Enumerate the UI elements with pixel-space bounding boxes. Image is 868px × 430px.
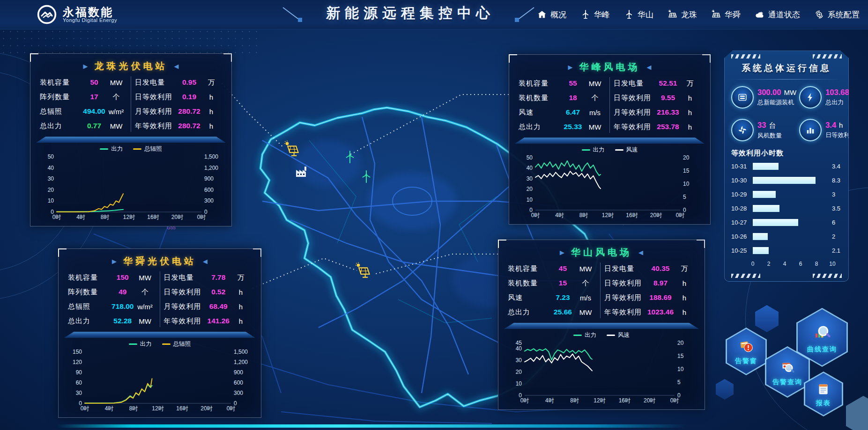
nav-item-longzhu[interactable]: 龙珠 bbox=[668, 9, 697, 20]
stat-row: 阵列数量49个 bbox=[68, 286, 156, 298]
bar-track bbox=[753, 247, 829, 254]
bar-fill bbox=[753, 247, 769, 254]
stat-row: 总出力0.77MW bbox=[40, 120, 127, 132]
nav-item-huashun[interactable]: 华舜 bbox=[711, 9, 741, 20]
stat-value: 40.35 bbox=[647, 264, 674, 273]
stat-value: 253.78 bbox=[657, 123, 679, 131]
divider-trapezoid bbox=[36, 137, 226, 143]
stat-unit: 万 bbox=[674, 264, 695, 273]
legend-label: 总辐照 bbox=[144, 146, 162, 152]
stats-column: 日发电量52.51万日等效利用9.55h月等效利用216.33h年等效利用253… bbox=[609, 77, 705, 133]
legend-item: 风速 bbox=[607, 331, 630, 339]
gear-icon bbox=[814, 9, 824, 20]
panel-huashan-wind-farm: ▶华山风电场◀装机容量45MW装机数量15个风速7.23m/s总出力25.66M… bbox=[498, 240, 705, 410]
nav-item-channel-status[interactable]: 通道状态 bbox=[755, 9, 800, 20]
nav-item-system-config[interactable]: 系统配置 bbox=[814, 9, 860, 20]
legend-item: 出力 bbox=[129, 340, 152, 348]
svg-text:20: 20 bbox=[527, 186, 533, 192]
stat-value: 141.26 bbox=[207, 317, 230, 325]
nav-item-label: 龙珠 bbox=[681, 9, 697, 20]
svg-text:0时: 0时 bbox=[676, 212, 685, 219]
stat-row: 年等效利用253.78h bbox=[614, 121, 701, 133]
svg-text:4时: 4时 bbox=[76, 214, 85, 220]
bar-value: 8.3 bbox=[832, 177, 840, 184]
stat-value: 25.33 bbox=[562, 123, 584, 131]
stat-label: 年等效利用 bbox=[164, 317, 207, 326]
bar-value: 2.1 bbox=[832, 247, 840, 254]
stat-label: 日等效利用 bbox=[135, 93, 178, 102]
cloud-icon bbox=[755, 9, 765, 20]
system-stat-tile: 33台风机数量 bbox=[731, 119, 796, 141]
nav-item-huafeng[interactable]: 华峰 bbox=[580, 9, 610, 20]
stat-label: 阵列数量 bbox=[68, 288, 111, 297]
stat-label: 日发电量 bbox=[614, 79, 657, 88]
wind-icon bbox=[624, 9, 634, 20]
stat-label: 年等效利用 bbox=[604, 308, 647, 317]
tile-value: 103.68 bbox=[825, 88, 849, 97]
station-title: 龙珠光伏电站 bbox=[95, 60, 168, 73]
home-icon bbox=[537, 9, 547, 20]
stat-value: 9.55 bbox=[657, 94, 679, 102]
svg-text:5: 5 bbox=[677, 379, 681, 386]
map-wind-turbine-icon-2[interactable] bbox=[363, 171, 370, 182]
stat-unit: 万 bbox=[230, 273, 252, 282]
stat-unit: MW bbox=[134, 317, 156, 325]
tile-unit: MW bbox=[784, 88, 796, 96]
series-风速 bbox=[525, 354, 592, 371]
alarm-query-button[interactable]: 告警查询 bbox=[765, 346, 810, 398]
curve-icon bbox=[812, 321, 832, 344]
svg-text:4时: 4时 bbox=[545, 397, 554, 404]
bar-row: 10-262 bbox=[731, 233, 842, 241]
alarm-window-button[interactable]: 告警窗 bbox=[726, 328, 767, 375]
report-button[interactable]: 报表 bbox=[804, 372, 843, 416]
stat-row: 装机容量150MW bbox=[68, 271, 156, 284]
stat-label: 日等效利用 bbox=[614, 94, 657, 102]
nav-item-overview[interactable]: 概况 bbox=[537, 9, 566, 20]
alarmq-icon bbox=[779, 357, 796, 377]
stat-unit: m/s bbox=[575, 294, 596, 302]
stat-row: 总辐照494.00w/m² bbox=[40, 105, 127, 117]
map-solar-station-icon-2[interactable] bbox=[356, 262, 370, 277]
stat-label: 月等效利用 bbox=[614, 108, 657, 117]
logo[interactable]: 永福数能 Yongfu Digital Energy bbox=[37, 4, 117, 25]
title-arrow-right-icon: ▶ bbox=[83, 63, 88, 70]
stat-unit: h bbox=[200, 108, 222, 116]
tile-value: 3.4 bbox=[825, 121, 836, 130]
bar-fill bbox=[753, 163, 779, 170]
stat-value: 15 bbox=[551, 279, 575, 287]
svg-text:20时: 20时 bbox=[650, 212, 662, 219]
stat-row: 风速6.47m/s bbox=[519, 106, 606, 118]
title-arrow-left-icon: ◀ bbox=[174, 63, 179, 70]
stat-value: 718.00 bbox=[111, 302, 134, 311]
button-label: 报表 bbox=[816, 399, 831, 408]
svg-text:20时: 20时 bbox=[200, 405, 212, 412]
svg-text:4时: 4时 bbox=[105, 405, 114, 412]
nav-item-huashan[interactable]: 华山 bbox=[624, 9, 653, 20]
legend-label: 总辐照 bbox=[173, 341, 191, 347]
stat-label: 总出力 bbox=[40, 122, 83, 131]
stat-value: 280.72 bbox=[178, 122, 200, 130]
legend-label: 出力 bbox=[140, 341, 152, 347]
panel-huashun-pv-station: ▶华舜光伏电站◀装机容量150MW阵列数量49个总辐照718.00w/m²总出力… bbox=[58, 248, 261, 418]
tile-label: 总新能源装机 bbox=[757, 98, 796, 107]
svg-text:50: 50 bbox=[48, 154, 54, 160]
stat-row: 日等效利用0.19h bbox=[135, 91, 222, 103]
legend-label: 出力 bbox=[111, 146, 123, 152]
title-arrow-right-icon: ▶ bbox=[560, 249, 564, 256]
svg-text:150: 150 bbox=[73, 349, 82, 355]
bar-value: 3.5 bbox=[832, 205, 840, 212]
stats-column: 日发电量40.35万日等效利用8.97h月等效利用188.69h年等效利用102… bbox=[600, 262, 699, 318]
x-tick-label: 0 bbox=[751, 261, 755, 267]
nav-item-label: 概况 bbox=[550, 9, 566, 20]
panel-huafeng-wind-farm: ▶华峰风电场◀装机容量55MW装机数量18个风速6.47m/s总出力25.33M… bbox=[509, 54, 711, 225]
connector-huafeng bbox=[350, 95, 509, 154]
map-solar-station-icon[interactable] bbox=[284, 141, 298, 156]
stat-row: 日发电量52.51万 bbox=[614, 77, 701, 89]
stat-unit: h bbox=[230, 288, 252, 296]
stat-unit: h bbox=[200, 122, 222, 130]
bar-track bbox=[753, 219, 829, 226]
chart-legend: 出力风速 bbox=[515, 145, 705, 155]
svg-text:120: 120 bbox=[73, 359, 82, 365]
bar-track bbox=[753, 163, 829, 170]
svg-text:12时: 12时 bbox=[123, 214, 135, 220]
